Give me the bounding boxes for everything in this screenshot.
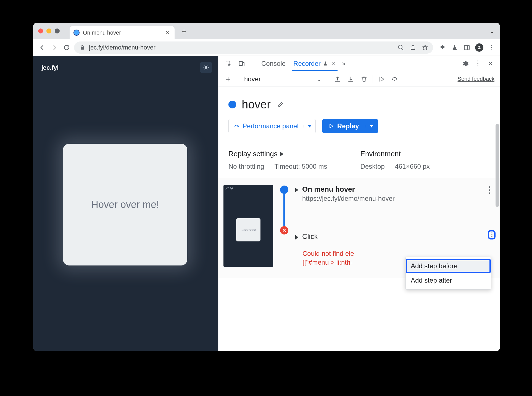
profile-avatar[interactable] [475, 43, 483, 52]
close-tab-icon[interactable]: ✕ [332, 61, 336, 67]
timeline-dot-error-icon: ✕ [280, 226, 288, 235]
import-icon[interactable] [347, 75, 355, 83]
rendered-page: jec.fyi Hover over me! [33, 56, 218, 351]
sidepanel-icon[interactable] [463, 44, 471, 51]
step-navigate[interactable]: On menu hover https://jec.fyi/demo/menu-… [295, 183, 495, 204]
caret-right-icon [280, 152, 283, 156]
extensions-icon[interactable] [439, 44, 446, 51]
browser-tab[interactable]: On menu hover ✕ [70, 26, 175, 39]
menu-add-step-after[interactable]: Add step after [406, 273, 491, 288]
edit-name-button[interactable] [276, 100, 285, 109]
step-context-menu: Add step before Add step after [405, 257, 491, 290]
devtools-tab-bar: Console Recorder ✕ » ⋮ ✕ [218, 56, 500, 71]
step-forward-icon[interactable] [377, 75, 386, 83]
caret-right-icon [295, 235, 298, 239]
recording-name: hover [242, 98, 271, 111]
inspect-element-icon[interactable] [224, 59, 233, 68]
step-menu-button[interactable] [488, 230, 496, 239]
environment-heading: Environment [360, 150, 430, 158]
maximize-window-dot[interactable] [55, 28, 60, 33]
chevron-down-icon [308, 125, 312, 127]
step-timeline: ✕ [279, 183, 289, 267]
address-bar[interactable]: jec.fyi/demo/menu-hover [74, 41, 433, 54]
svg-rect-1 [464, 45, 469, 50]
recorder-body: hover Performance panel [218, 87, 500, 351]
hover-card[interactable]: Hover over me! [63, 144, 187, 265]
gauge-icon [234, 123, 240, 129]
labs-icon[interactable] [451, 44, 459, 51]
send-feedback-link[interactable]: Send feedback [458, 76, 494, 82]
action-button-row: Performance panel Replay [218, 117, 500, 143]
chevron-down-icon: ⌄ [316, 75, 322, 83]
settings-gear-icon[interactable] [461, 60, 469, 67]
zoom-out-icon[interactable] [397, 44, 404, 51]
replay-settings-heading[interactable]: Replay settings [228, 150, 327, 158]
viewport-value: 461×660 px [395, 163, 430, 170]
browser-menu-icon[interactable]: ⋮ [488, 44, 496, 51]
minimize-window-dot[interactable] [46, 28, 51, 33]
tab-close-button[interactable]: ✕ [165, 30, 171, 36]
timeline-dot-success-icon [280, 186, 288, 194]
flask-icon [323, 61, 328, 66]
replay-button[interactable]: Replay [322, 119, 378, 133]
menu-add-step-before[interactable]: Add step before [406, 259, 491, 273]
throttling-value: No throttling [228, 163, 264, 170]
forward-button[interactable] [50, 43, 59, 52]
tab-recorder[interactable]: Recorder ✕ [292, 56, 338, 71]
page-brand: jec.fyi [41, 64, 59, 71]
svg-point-2 [205, 66, 207, 69]
device-toggle-icon[interactable] [237, 59, 246, 68]
browser-toolbar: jec.fyi/demo/menu-hover [33, 39, 500, 56]
window-traffic-lights [38, 28, 60, 33]
recording-dot-icon [228, 101, 236, 108]
step-click[interactable]: Click [295, 231, 495, 243]
browser-window: On menu hover ✕ ＋ ⌄ jec.fyi/demo/menu-ho… [33, 23, 500, 351]
performance-dropdown-button[interactable] [304, 125, 315, 127]
bookmark-star-icon[interactable] [422, 44, 429, 51]
lock-icon [80, 45, 85, 50]
back-button[interactable] [38, 43, 47, 52]
close-window-dot[interactable] [38, 28, 43, 33]
settings-section: Replay settings No throttling Timeout: 5… [218, 143, 500, 178]
recording-title-row: hover [218, 87, 500, 117]
delete-icon[interactable] [360, 75, 368, 83]
url-text: jec.fyi/demo/menu-hover [89, 44, 156, 51]
step-over-icon[interactable] [391, 75, 399, 83]
theme-toggle-button[interactable] [200, 62, 212, 73]
new-recording-button[interactable]: ＋ [224, 74, 232, 84]
tab-favicon [73, 30, 80, 36]
step-menu-button[interactable] [486, 186, 493, 195]
timeout-value: Timeout: 5000 ms [274, 163, 327, 170]
share-icon[interactable] [409, 44, 417, 51]
window-chevron-icon[interactable]: ⌄ [489, 28, 494, 35]
scrollbar-thumb[interactable] [496, 124, 499, 207]
chevron-down-icon [370, 125, 373, 127]
devtools-panel: Console Recorder ✕ » ⋮ ✕ [218, 56, 500, 351]
steps-section: jec.fyi Hover over me! ✕ [218, 178, 500, 278]
devtools-close-icon[interactable]: ✕ [487, 60, 494, 67]
svg-point-6 [394, 80, 395, 81]
tab-title: On menu hover [83, 30, 161, 36]
tab-console[interactable]: Console [260, 56, 287, 71]
device-value: Desktop [360, 163, 385, 170]
recorder-toolbar: ＋ hover ⌄ [218, 71, 500, 87]
replay-dropdown-button[interactable] [365, 125, 378, 127]
reload-button[interactable] [62, 43, 71, 52]
devtools-menu-icon[interactable]: ⋮ [474, 60, 482, 67]
export-icon[interactable] [333, 75, 342, 83]
caret-right-icon [295, 188, 298, 192]
new-tab-button[interactable]: ＋ [178, 25, 189, 37]
step-thumbnail: jec.fyi Hover over me! [223, 185, 273, 267]
hover-card-text: Hover over me! [91, 199, 159, 210]
recording-select[interactable]: hover ⌄ [241, 74, 324, 85]
tab-strip: On menu hover ✕ ＋ ⌄ [33, 23, 500, 39]
performance-panel-button[interactable]: Performance panel [228, 119, 316, 133]
play-icon [328, 123, 334, 129]
content-area: jec.fyi Hover over me! [33, 56, 500, 351]
more-tabs-icon[interactable]: » [342, 60, 346, 67]
